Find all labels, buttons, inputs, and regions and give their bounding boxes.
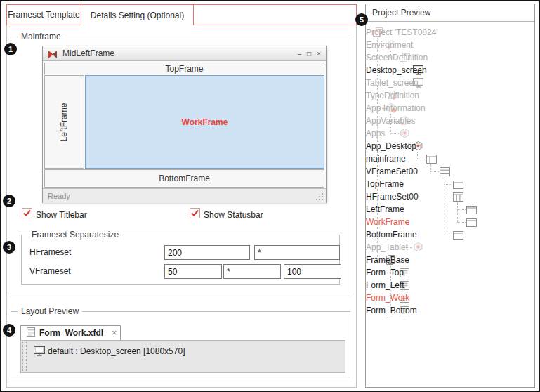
show-titlebar-checkbox[interactable] bbox=[22, 208, 32, 221]
annotation-marker-4: 4 bbox=[3, 324, 15, 337]
hframeset-input-1[interactable] bbox=[164, 245, 250, 260]
app-icon bbox=[413, 242, 423, 252]
annotation-marker-2: 2 bbox=[3, 195, 15, 207]
document-icon bbox=[27, 327, 35, 339]
frame-icon bbox=[453, 179, 463, 189]
layout-preview-groupbox-legend: Layout Preview bbox=[18, 306, 82, 316]
tree-item-label: Form_Bottom bbox=[366, 304, 417, 317]
tree-connector-line bbox=[390, 51, 391, 58]
tree-item-label: Environment bbox=[366, 39, 413, 51]
tree-connector-stub bbox=[444, 184, 452, 185]
tree-item-label: TypeDefinition bbox=[366, 89, 419, 102]
tree-connector-stub bbox=[444, 235, 452, 235]
project-tree: Project 'TEST0824' Environment ScreenDef… bbox=[366, 4, 534, 387]
tree-row[interactable]: Form_Bottom bbox=[366, 304, 534, 317]
tree-row[interactable]: WorkFrame bbox=[366, 216, 534, 228]
tab-frameset-template[interactable]: Frameset Template bbox=[7, 5, 81, 25]
tree-connector-line bbox=[404, 139, 404, 247]
statusbar-text: Ready bbox=[48, 189, 70, 203]
layout-preview-splitter[interactable] bbox=[22, 342, 27, 371]
show-titlebar-row: Show Titlebar bbox=[22, 209, 87, 220]
tree-connector-stub bbox=[417, 159, 426, 159]
tree-row[interactable]: TopFrame bbox=[366, 178, 534, 190]
frameset-wizard-dialog: Frameset Template Details Setting (Optio… bbox=[0, 0, 540, 392]
tree-item-label: Desktop_screen bbox=[366, 64, 427, 77]
tree-row[interactable]: FrameBase bbox=[366, 254, 534, 266]
maximize-icon[interactable]: □ bbox=[307, 46, 311, 61]
preview-bottom-frame: BottomFrame bbox=[44, 169, 324, 188]
preview-statusbar: Ready bbox=[43, 188, 326, 203]
tree-row[interactable]: App_Tablet bbox=[366, 241, 534, 254]
tree-item-label: App_Desktop bbox=[366, 140, 416, 152]
tree-item-label: Project 'TEST0824' bbox=[366, 26, 438, 39]
monitor-icon bbox=[34, 346, 45, 359]
vframeset-input-1[interactable] bbox=[164, 264, 222, 279]
tree-row[interactable]: LeftFrame bbox=[366, 203, 534, 216]
tree-item-label: HFrameSet00 bbox=[366, 190, 419, 203]
tree-item-label: Tablet_screen bbox=[366, 77, 419, 89]
tree-row[interactable]: Apps bbox=[366, 127, 534, 140]
tab-strip-filler bbox=[194, 5, 356, 25]
mainframe-groupbox-legend: Mainframe bbox=[18, 32, 65, 41]
form-work-tab-label: Form_Work.xfdl bbox=[39, 328, 103, 338]
tree-row[interactable]: Environment bbox=[366, 39, 534, 51]
window-controls: – □ × bbox=[298, 46, 321, 61]
show-statusbar-row: Show Statusbar bbox=[190, 209, 263, 220]
frame-icon bbox=[466, 217, 477, 227]
hframeset-icon bbox=[453, 192, 463, 202]
tree-row[interactable]: TypeDefinition bbox=[366, 89, 534, 102]
tree-row[interactable]: App_Desktop bbox=[366, 140, 534, 152]
preview-window-title: MidLeftFrame bbox=[62, 46, 114, 61]
resize-grip-icon[interactable] bbox=[322, 199, 323, 200]
preview-work-frame: WorkFrame bbox=[85, 75, 324, 169]
annotation-marker-1: 1 bbox=[4, 43, 17, 55]
hframeset-label: HFrameset bbox=[29, 245, 71, 260]
preview-left-frame: LeftFrame bbox=[44, 75, 84, 169]
tree-connector-line bbox=[430, 164, 431, 171]
tree-row[interactable]: Form_Top bbox=[366, 266, 534, 279]
frameset-app-icon bbox=[48, 49, 58, 62]
tree-item-label: App_Tablet bbox=[366, 241, 408, 254]
vframeset-label: VFrameset bbox=[29, 264, 71, 279]
show-titlebar-label: Show Titlebar bbox=[36, 210, 87, 220]
tree-row[interactable]: Tablet_screen bbox=[366, 77, 534, 89]
tree-row[interactable]: Project 'TEST0824' bbox=[366, 26, 534, 39]
tree-connector-line bbox=[377, 38, 378, 260]
vframeset-icon bbox=[440, 166, 450, 176]
vframeset-input-3[interactable] bbox=[284, 264, 341, 279]
tree-row[interactable]: ScreenDefinition bbox=[366, 51, 534, 64]
preview-window-titlebar: MidLeftFrame – □ × bbox=[43, 46, 326, 61]
tree-row[interactable]: mainframe bbox=[366, 152, 534, 165]
tree-connector-stub bbox=[457, 209, 466, 210]
annotation-marker-5: 5 bbox=[355, 13, 368, 26]
form-work-tab[interactable]: Form_Work.xfdl × bbox=[20, 325, 121, 340]
tree-row[interactable]: BottomFrame bbox=[366, 228, 534, 241]
tree-item-label: BottomFrame bbox=[366, 228, 417, 241]
frameset-preview-window: MidLeftFrame – □ × TopFrame LeftFrame Wo… bbox=[42, 46, 327, 203]
mainframe-icon bbox=[426, 154, 437, 164]
tree-item-label: Form_Top bbox=[366, 266, 404, 279]
tree-row[interactable]: Desktop_screen bbox=[366, 64, 534, 77]
show-statusbar-checkbox[interactable] bbox=[190, 208, 200, 221]
tree-item-label: ScreenDefinition bbox=[366, 51, 428, 64]
tree-row[interactable]: HFrameSet00 bbox=[366, 190, 534, 203]
tree-connector-line bbox=[457, 202, 458, 222]
tree-connector-line bbox=[417, 152, 418, 159]
tab-details-setting[interactable]: Details Setting (Optional) bbox=[81, 5, 194, 25]
tree-row[interactable]: AppVariables bbox=[366, 115, 534, 127]
tab-close-icon[interactable]: × bbox=[112, 329, 117, 337]
tab-strip: Frameset Template Details Setting (Optio… bbox=[6, 4, 357, 25]
preview-top-frame: TopFrame bbox=[44, 63, 324, 74]
frame-icon bbox=[453, 230, 463, 240]
tree-connector-stub bbox=[390, 133, 399, 134]
hframeset-input-2[interactable] bbox=[254, 245, 340, 260]
minimize-icon[interactable]: – bbox=[298, 46, 302, 61]
close-icon[interactable]: × bbox=[317, 46, 321, 61]
tree-row[interactable]: VFrameSet00 bbox=[366, 165, 534, 178]
default-screen-item[interactable]: default : Desktop_screen [1080x570] bbox=[48, 344, 185, 359]
tree-row[interactable]: Form_Work bbox=[366, 292, 534, 304]
tree-item-label: Form_Left bbox=[366, 279, 404, 292]
tree-row[interactable]: i App Information bbox=[366, 102, 534, 115]
vframeset-input-2[interactable] bbox=[223, 264, 281, 279]
tree-row[interactable]: Form_Left bbox=[366, 279, 534, 292]
